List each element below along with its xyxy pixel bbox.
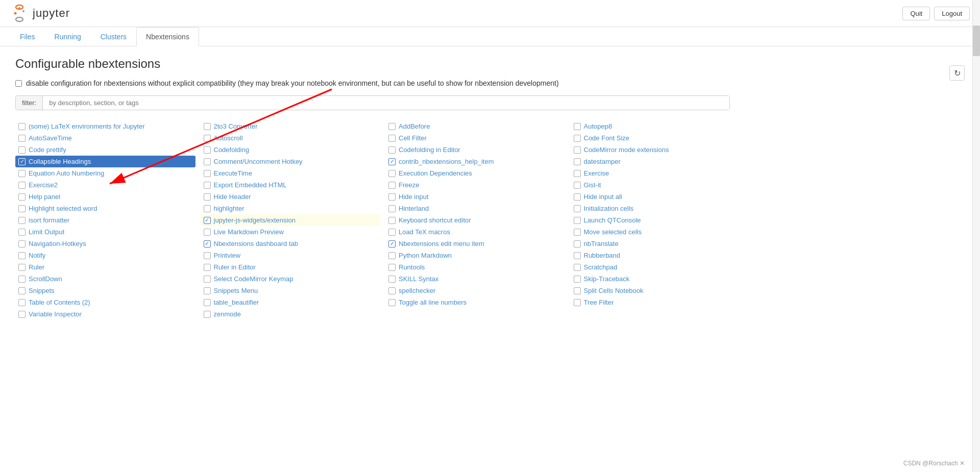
ext-item-highlight-selected-word[interactable]: Highlight selected word: [15, 203, 195, 214]
ext-checkbox-codefolding-editor[interactable]: [388, 146, 396, 154]
ext-checkbox-runtools[interactable]: [388, 264, 396, 271]
ext-checkbox-code-font-size[interactable]: [574, 135, 581, 142]
ext-item-2to3-converter[interactable]: 2to3 Converter: [201, 120, 381, 132]
ext-checkbox-executetime[interactable]: [204, 170, 211, 177]
ext-item-code-font-size[interactable]: Code Font Size: [571, 132, 751, 144]
ext-checkbox-2to3-converter[interactable]: [204, 123, 211, 130]
ext-item-nbtranslate[interactable]: nbTranslate: [571, 238, 751, 250]
tab-clusters[interactable]: Clusters: [91, 27, 136, 46]
ext-item-python-markdown[interactable]: Python Markdown: [385, 250, 566, 261]
ext-item-navigation-hotkeys[interactable]: Navigation-Hotkeys: [15, 238, 195, 250]
ext-checkbox-ruler[interactable]: [18, 264, 26, 271]
ext-item-initialization-cells[interactable]: Initialization cells: [571, 203, 751, 214]
ext-checkbox-exercise2[interactable]: [18, 182, 26, 189]
ext-checkbox-collapsible-headings[interactable]: ✓: [18, 158, 26, 165]
ext-checkbox-contrib-nbextensions-help-item[interactable]: ✓: [388, 158, 396, 165]
ext-checkbox-limit-output[interactable]: [18, 229, 26, 236]
refresh-button[interactable]: ↻: [949, 65, 965, 81]
ext-item-ruler[interactable]: Ruler: [15, 261, 195, 273]
tab-files[interactable]: Files: [10, 27, 45, 46]
tab-running[interactable]: Running: [45, 27, 91, 46]
ext-checkbox-autopep8[interactable]: [574, 123, 581, 130]
ext-checkbox-gist-it[interactable]: [574, 182, 581, 189]
ext-checkbox-rubberband[interactable]: [574, 252, 581, 259]
ext-item-keyboard-shortcut-editor[interactable]: Keyboard shortcut editor: [385, 214, 566, 226]
ext-checkbox-exercise[interactable]: [574, 170, 581, 177]
ext-item-spellchecker[interactable]: spellchecker: [385, 285, 566, 296]
ext-checkbox-hide-input-all[interactable]: [574, 193, 581, 201]
ext-item-toggle-all-line-numbers[interactable]: Toggle all line numbers: [385, 296, 566, 308]
ext-checkbox-spellchecker[interactable]: [388, 287, 396, 294]
ext-checkbox-navigation-hotkeys[interactable]: [18, 240, 26, 247]
ext-checkbox-ruler-in-editor[interactable]: [204, 264, 211, 271]
ext-item-autoscroll[interactable]: Autoscroll: [201, 132, 381, 144]
quit-button[interactable]: Quit: [902, 7, 930, 20]
tab-nbextensions[interactable]: Nbextensions: [136, 27, 199, 46]
ext-item-table-beautifier[interactable]: table_beautifier: [201, 296, 381, 308]
ext-checkbox-code-prettify[interactable]: [18, 146, 26, 154]
ext-item-scrolldown[interactable]: ScrollDown: [15, 273, 195, 285]
ext-item-gist-it[interactable]: Gist-it: [571, 179, 751, 191]
ext-item-export-embedded-html[interactable]: Export Embedded HTML: [201, 179, 381, 191]
ext-item-freeze[interactable]: Freeze: [385, 179, 566, 191]
ext-item-autosavetime[interactable]: AutoSaveTime: [15, 132, 195, 144]
ext-item-execution-dependencies[interactable]: Execution Dependencies: [385, 167, 566, 179]
ext-item-notify[interactable]: Notify: [15, 250, 195, 261]
ext-checkbox-skip-traceback[interactable]: [574, 276, 581, 283]
ext-item-contrib-nbextensions-help-item[interactable]: ✓contrib_nbextensions_help_item: [385, 156, 566, 167]
ext-checkbox-tree-filter[interactable]: [574, 299, 581, 306]
ext-item-tree-filter[interactable]: Tree Filter: [571, 296, 751, 308]
ext-item-code-prettify[interactable]: Code prettify: [15, 144, 195, 156]
ext-item-printview[interactable]: Printview: [201, 250, 381, 261]
ext-checkbox-nbtranslate[interactable]: [574, 240, 581, 247]
disable-config-checkbox[interactable]: [15, 80, 22, 87]
ext-checkbox-toggle-all-line-numbers[interactable]: [388, 299, 396, 306]
ext-checkbox-datestamper[interactable]: [574, 158, 581, 165]
ext-item-codemirror-mode-extensions[interactable]: CodeMirror mode extensions: [571, 144, 751, 156]
ext-item-snippets[interactable]: Snippets: [15, 285, 195, 296]
ext-checkbox-python-markdown[interactable]: [388, 252, 396, 259]
ext-checkbox-scrolldown[interactable]: [18, 276, 26, 283]
ext-checkbox-load-tex-macros[interactable]: [388, 229, 396, 236]
ext-item-live-markdown-preview[interactable]: Live Markdown Preview: [201, 226, 381, 238]
ext-item-highlighter[interactable]: highlighter: [201, 203, 381, 214]
ext-checkbox-equation-auto-numbering[interactable]: [18, 170, 26, 177]
ext-item-select-codemirror-keymap[interactable]: Select CodeMirror Keymap: [201, 273, 381, 285]
ext-checkbox-autoscroll[interactable]: [204, 135, 211, 142]
ext-item-rubberband[interactable]: Rubberband: [571, 250, 751, 261]
ext-checkbox-cell-filter[interactable]: [388, 135, 396, 142]
ext-checkbox-snippets-menu[interactable]: [204, 287, 211, 294]
ext-checkbox-notify[interactable]: [18, 252, 26, 259]
ext-checkbox-live-markdown-preview[interactable]: [204, 229, 211, 236]
ext-item-move-selected-cells[interactable]: Move selected cells: [571, 226, 751, 238]
ext-checkbox-latex-env[interactable]: [18, 123, 26, 130]
ext-checkbox-autosavetime[interactable]: [18, 135, 26, 142]
ext-checkbox-skill-syntax[interactable]: [388, 276, 396, 283]
ext-checkbox-select-codemirror-keymap[interactable]: [204, 276, 211, 283]
ext-checkbox-comment-uncomment-hotkey[interactable]: [204, 158, 211, 165]
ext-item-runtools[interactable]: Runtools: [385, 261, 566, 273]
ext-item-collapsible-headings[interactable]: ✓Collapsible Headings: [15, 156, 195, 167]
scrollbar[interactable]: [972, 0, 980, 330]
ext-item-hide-header[interactable]: Hide Header: [201, 191, 381, 203]
ext-item-skill-syntax[interactable]: SKILL Syntax: [385, 273, 566, 285]
ext-item-nbextensions-dashboard-tab[interactable]: ✓Nbextensions dashboard tab: [201, 238, 381, 250]
ext-checkbox-highlight-selected-word[interactable]: [18, 205, 26, 212]
ext-item-launch-qtconsole[interactable]: Launch QTConsole: [571, 214, 751, 226]
ext-checkbox-help-panel[interactable]: [18, 193, 26, 201]
filter-input[interactable]: [43, 96, 729, 110]
ext-checkbox-codefolding[interactable]: [204, 146, 211, 154]
ext-checkbox-table-of-contents[interactable]: [18, 299, 26, 306]
ext-checkbox-table-beautifier[interactable]: [204, 299, 211, 306]
ext-item-codefolding-editor[interactable]: Codefolding in Editor: [385, 144, 566, 156]
ext-item-comment-uncomment-hotkey[interactable]: Comment/Uncomment Hotkey: [201, 156, 381, 167]
ext-item-hide-input[interactable]: Hide input: [385, 191, 566, 203]
ext-item-split-cells-notebook[interactable]: Split Cells Notebook: [571, 285, 751, 296]
ext-checkbox-move-selected-cells[interactable]: [574, 229, 581, 236]
ext-checkbox-highlighter[interactable]: [204, 205, 211, 212]
ext-item-load-tex-macros[interactable]: Load TeX macros: [385, 226, 566, 238]
ext-item-variable-inspector[interactable]: Variable Inspector: [15, 308, 195, 320]
logout-button[interactable]: Logout: [934, 7, 970, 20]
ext-item-equation-auto-numbering[interactable]: Equation Auto Numbering: [15, 167, 195, 179]
ext-checkbox-addbefore[interactable]: [388, 123, 396, 130]
